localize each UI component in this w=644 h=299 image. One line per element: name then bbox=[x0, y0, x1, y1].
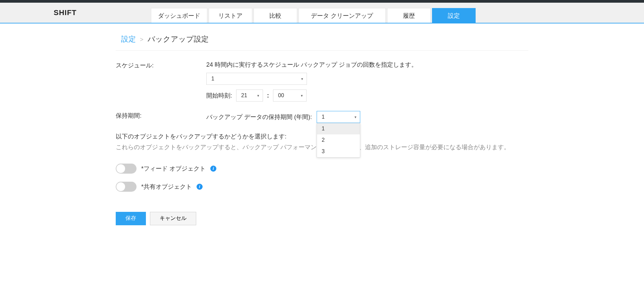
chevron-down-icon: ▾ bbox=[355, 115, 357, 119]
toggle-knob bbox=[116, 182, 125, 191]
chevron-down-icon: ▾ bbox=[257, 94, 259, 98]
start-minute-value: 00 bbox=[278, 93, 284, 99]
breadcrumb-root-link[interactable]: 設定 bbox=[121, 34, 136, 44]
schedule-count-value: 1 bbox=[211, 76, 214, 82]
time-colon: : bbox=[267, 92, 269, 99]
retention-option-3[interactable]: 3 bbox=[317, 146, 360, 157]
start-time-label: 開始時刻: bbox=[206, 92, 232, 100]
toggle-row-shared: *共有オブジェクト i bbox=[116, 182, 528, 192]
retention-option-1[interactable]: 1 bbox=[317, 123, 360, 134]
chevron-down-icon: ▾ bbox=[301, 94, 303, 98]
start-hour-value: 21 bbox=[241, 93, 247, 99]
tab-compare[interactable]: 比較 bbox=[254, 8, 297, 23]
retention-field-label: バックアップ データの保持期間 (年間): bbox=[206, 113, 312, 121]
toggle-knob bbox=[116, 164, 125, 173]
backup-settings-form: スケジュール: 24 時間内に実行するスケジュール バックアップ ジョブの回数を… bbox=[116, 51, 528, 225]
toggle-feed-label: *フィード オブジェクト bbox=[141, 165, 206, 173]
retention-field: バックアップ データの保持期間 (年間): 1 ▾ 1 2 3 bbox=[206, 111, 528, 123]
schedule-help-text: 24 時間内に実行するスケジュール バックアップ ジョブの回数を指定します。 bbox=[206, 61, 528, 69]
retention-years-select[interactable]: 1 ▾ bbox=[317, 111, 360, 123]
toggle-feed-object[interactable] bbox=[116, 164, 137, 174]
breadcrumb-separator: > bbox=[140, 36, 144, 43]
cancel-button[interactable]: キャンセル bbox=[150, 212, 196, 225]
tab-dashboard[interactable]: ダッシュボード bbox=[151, 8, 207, 23]
start-minute-select[interactable]: 00 ▾ bbox=[273, 89, 307, 102]
tab-restore[interactable]: リストア bbox=[209, 8, 252, 23]
toggle-row-feed: *フィード オブジェクト i bbox=[116, 164, 528, 174]
schedule-count-select[interactable]: 1 ▾ bbox=[206, 73, 307, 85]
form-actions: 保存 キャンセル bbox=[116, 212, 528, 225]
header: SHIFT ダッシュボード リストア 比較 データ クリーンアップ 履歴 設定 bbox=[0, 3, 644, 23]
retention-years-value: 1 bbox=[322, 114, 325, 120]
toggle-shared-object[interactable] bbox=[116, 182, 137, 192]
save-button[interactable]: 保存 bbox=[116, 212, 146, 225]
top-strip bbox=[0, 0, 644, 3]
tab-history[interactable]: 履歴 bbox=[387, 8, 431, 23]
breadcrumb-current: バックアップ設定 bbox=[148, 34, 209, 44]
retention-label: 保持期間: bbox=[116, 111, 206, 120]
schedule-field: 24 時間内に実行するスケジュール バックアップ ジョブの回数を指定します。 1… bbox=[206, 61, 528, 102]
row-schedule: スケジュール: 24 時間内に実行するスケジュール バックアップ ジョブの回数を… bbox=[116, 61, 528, 102]
schedule-time-row: 開始時刻: 21 ▾ : 00 ▾ bbox=[206, 89, 528, 102]
retention-option-2[interactable]: 2 bbox=[317, 134, 360, 146]
retention-years-dropdown: 1 2 3 bbox=[317, 123, 360, 158]
brand-logo: SHIFT bbox=[54, 8, 151, 17]
chevron-down-icon: ▾ bbox=[301, 77, 303, 81]
tab-settings[interactable]: 設定 bbox=[432, 8, 476, 23]
start-hour-select[interactable]: 21 ▾ bbox=[236, 89, 263, 102]
info-icon[interactable]: i bbox=[197, 184, 203, 190]
tab-bar: ダッシュボード リストア 比較 データ クリーンアップ 履歴 設定 bbox=[151, 3, 476, 23]
row-retention: 保持期間: バックアップ データの保持期間 (年間): 1 ▾ 1 2 3 bbox=[116, 111, 528, 123]
retention-line: バックアップ データの保持期間 (年間): 1 ▾ 1 2 3 bbox=[206, 111, 528, 123]
retention-select-wrap: 1 ▾ 1 2 3 bbox=[317, 111, 360, 123]
toggle-shared-label: *共有オブジェクト bbox=[141, 183, 192, 191]
schedule-label: スケジュール: bbox=[116, 61, 206, 69]
info-icon[interactable]: i bbox=[210, 166, 216, 172]
breadcrumb: 設定 > バックアップ設定 bbox=[116, 32, 528, 51]
tab-cleanup[interactable]: データ クリーンアップ bbox=[299, 8, 386, 23]
page-content: 設定 > バックアップ設定 スケジュール: 24 時間内に実行するスケジュール … bbox=[116, 23, 528, 239]
